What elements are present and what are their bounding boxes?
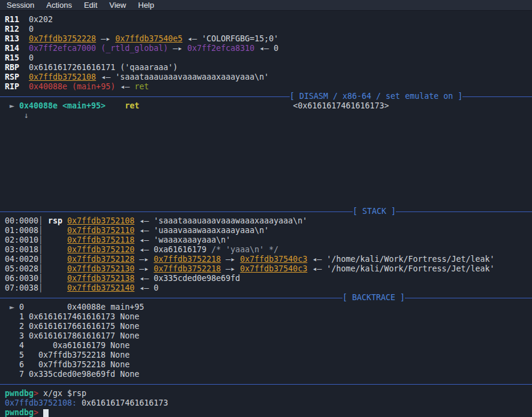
stack-row-05-text: ◂—	[307, 264, 326, 273]
backtrace-frame-6: 6 0x7ffdb3752218 None	[0, 360, 532, 370]
register-r13: R13 0x7ffdb3752228 —▸ 0x7ffdb37540e5 ◂— …	[0, 34, 532, 44]
backtrace-frame-2-text: 2 0x6161617661616175 None	[5, 322, 139, 331]
separator-line	[462, 96, 532, 97]
stack-row-02: 02:0010│ 0x7ffdb3752118 ◂— 'waaaxaaayaaa…	[0, 235, 532, 245]
stack-row-00-text: 00:0000	[5, 216, 38, 225]
register-rbp-text: 0x6161617261616171 ('qaaaraaa')	[19, 63, 178, 72]
terminal-output[interactable]: R11 0x202R12 0R13 0x7ffdb3752228 —▸ 0x7f…	[0, 11, 532, 417]
register-r13-text: —▸	[96, 34, 115, 43]
register-rsp: RSP 0x7ffdb3752108 ◂— 'saaataaauaaavaaaw…	[0, 72, 532, 82]
stack-row-01-text: │	[38, 226, 48, 235]
blank	[0, 149, 532, 159]
stack-row-04-text: '/home/kali/Work/Fortress/Jet/leak'	[326, 255, 494, 264]
stack-row-06-text: ◂—	[134, 274, 154, 283]
register-rsp-text: ◂—	[96, 72, 115, 81]
stack-row-05-text: 05:0028	[5, 264, 38, 273]
stack-row-02-text: 'waaaxaaayaaa\n'	[154, 235, 230, 244]
backtrace-frame-0: ► 0 0x40088e main+95	[0, 303, 532, 312]
backtrace-frame-3: 3 0x6161617861616177 None	[0, 331, 532, 341]
stack-row-00-text: 'saaataaauaaavaaawaaaxaaayaaa\n'	[154, 216, 307, 225]
register-rsp-text	[19, 72, 29, 81]
register-r13-text	[19, 34, 29, 43]
stack-row-05-text: │	[38, 264, 48, 273]
register-r13-text: 'COLORFGBG=15;0'	[202, 34, 278, 43]
register-r13-text: 0x7ffdb37540e5	[115, 34, 182, 43]
backtrace-frame-2: 2 0x6161617661616175 None	[0, 322, 532, 331]
stack-header-label: [ STACK ]	[353, 207, 396, 216]
disasm-current-instruction-text	[106, 101, 125, 110]
stack-row-03: 03:0018│ 0x7ffdb3752120 ◂— 0xa61616179 /…	[0, 245, 532, 255]
blank	[0, 159, 532, 168]
command-line-text: >	[34, 389, 43, 398]
menu-item-actions[interactable]: Actions	[40, 0, 78, 10]
command-output: 0x7ffdb3752108: 0x6161617461616173	[0, 398, 532, 408]
backtrace-frame-1-text: 1 0x6161617461616173 None	[5, 312, 139, 321]
stack-row-01-text: 'uaaavaaawaaaxaaayaaa\n'	[154, 226, 269, 235]
stack-row-03-text	[48, 245, 67, 254]
stack-row-07-text: ◂—	[134, 283, 154, 292]
register-rip-text: 0x40088e (main+95)	[29, 82, 115, 91]
blank	[0, 178, 532, 188]
register-rip-text: ◂—	[115, 82, 134, 91]
blank	[0, 197, 532, 207]
stack-row-05-text	[48, 264, 67, 273]
register-r15: R15 0	[0, 53, 532, 63]
stack-row-04-text: —▸	[221, 255, 240, 264]
stack-row-01-text	[48, 226, 67, 235]
stack-row-05-text: 0x7ffdb3752130	[67, 264, 134, 273]
backtrace-frame-0-text	[5, 303, 10, 312]
menu-item-session[interactable]: Session	[0, 0, 40, 10]
backtrace-header: [ BACKTRACE ]	[0, 293, 532, 303]
register-rbp: RBP 0x6161617261616171 ('qaaaraaa')	[0, 63, 532, 72]
disasm-current-instruction-text	[139, 101, 293, 110]
register-r11-text: R11	[5, 15, 19, 24]
stack-row-00-text: rsp	[48, 216, 67, 225]
stack-row-02-text: 02:0010	[5, 235, 38, 244]
stack-row-02-text: 0x7ffdb3752118	[67, 235, 134, 244]
disasm-flow-arrow: ↓	[0, 111, 532, 120]
menu-item-view[interactable]: View	[103, 0, 132, 10]
menu-item-help[interactable]: Help	[132, 0, 160, 10]
stack-row-00: 00:0000│ rsp 0x7ffdb3752108 ◂— 'saaataaa…	[0, 216, 532, 226]
command-line: pwndbg> x/gx $rsp	[0, 389, 532, 398]
menu-item-edit[interactable]: Edit	[78, 0, 103, 10]
stack-row-04-text	[48, 255, 67, 264]
command-output-text: 0x7ffdb3752108:	[5, 398, 77, 407]
register-rsp-text: RSP	[5, 72, 19, 81]
stack-row-00-text: 0x7ffdb3752108	[67, 216, 134, 225]
register-r12: R12 0	[0, 25, 532, 34]
disasm-current-instruction-text: <0x6161617461616173>	[293, 101, 389, 110]
text-cursor	[43, 409, 49, 417]
register-rip-text: RIP	[5, 82, 19, 91]
stack-row-06-text: 0x7ffdb3752138	[67, 274, 134, 283]
backtrace-frame-6-text: 6 0x7ffdb3752218 None	[5, 360, 130, 369]
stack-row-04-text: 0x7ffdb3752128	[67, 255, 134, 264]
register-r15-text: 0	[19, 53, 34, 62]
stack-row-04-text: 04:0020	[5, 255, 38, 264]
register-r14-text: 0x7ff2efca8310	[187, 44, 254, 53]
stack-row-04-text: —▸	[134, 255, 154, 264]
stack-row-06-text: 0x335cded0e98e69fd	[154, 274, 240, 283]
backtrace-frame-4: 4 0xa61616179 None	[0, 341, 532, 350]
disasm-flow-arrow-text: ↓	[5, 111, 29, 120]
stack-row-00-text: ◂—	[134, 216, 154, 225]
stack-row-07-text	[48, 283, 67, 292]
stack-row-01: 01:0008│ 0x7ffdb3752110 ◂— 'uaaavaaawaaa…	[0, 226, 532, 235]
command-line-text: x/gx $rsp	[43, 389, 86, 398]
backtrace-frame-3-text: 3 0x6161617861616177 None	[5, 331, 139, 340]
register-r14-text: ◂—	[254, 44, 273, 53]
stack-row-02-text: ◂—	[134, 235, 154, 244]
separator-line	[405, 298, 532, 298]
register-r11-text: 0x202	[19, 15, 53, 24]
register-rsp-text: 0x7ffdb3752108	[29, 72, 96, 81]
separator-line	[0, 298, 342, 298]
blank	[0, 120, 532, 130]
register-r12-text: R12	[5, 25, 19, 34]
register-r13-text: R13	[5, 34, 19, 43]
separator-line	[0, 96, 290, 97]
backtrace-frame-7-text: 7 0x335cded0e98e69fd None	[5, 370, 139, 379]
stack-row-03-text: 03:0018	[5, 245, 38, 254]
register-rsp-text: 'saaataaauaaavaaawaaaxaaayaaa\n'	[115, 72, 269, 81]
context-separator	[0, 379, 532, 389]
menu-bar: SessionActionsEditViewHelp	[0, 0, 532, 11]
